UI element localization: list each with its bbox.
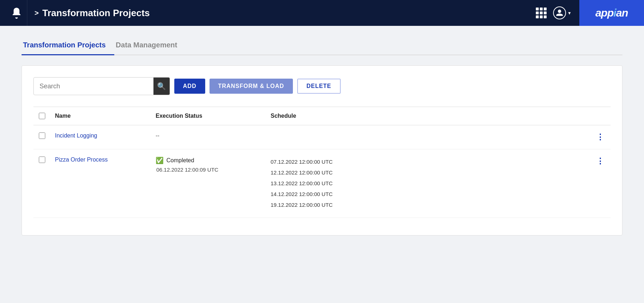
- nav-right: ▾ appian: [536, 0, 644, 26]
- grid-dot: [544, 8, 547, 10]
- schedule-item: 14.12.2022 12:00:00 UTC: [271, 189, 585, 200]
- schedule-item: 12.12.2022 12:00:00 UTC: [271, 167, 585, 178]
- header-name: Name: [51, 107, 151, 125]
- row-2-name-cell: Pizza Order Process: [51, 149, 151, 218]
- row-1-schedule-cell: [266, 125, 589, 149]
- table-row: Incident Logging -- ⋮: [33, 125, 611, 149]
- nav-left: > Transformation Projects: [0, 0, 536, 26]
- tab-data-management[interactable]: Data Management: [114, 37, 186, 55]
- app-icon-box[interactable]: [6, 0, 27, 26]
- schedule-list: 07.12.2022 12:00:00 UTC 12.12.2022 12:00…: [271, 157, 585, 210]
- user-dropdown-arrow: ▾: [568, 10, 571, 16]
- add-button[interactable]: ADD: [174, 79, 205, 94]
- user-avatar: [553, 6, 566, 19]
- row-1-kebab-menu[interactable]: ⋮: [593, 132, 606, 142]
- tab-transformation-projects[interactable]: Transformation Projects: [22, 37, 114, 55]
- grid-dot: [544, 11, 547, 14]
- grid-dots: [536, 8, 547, 18]
- row-2-status-cell: ✅ Completed 06.12.2022 12:00:09 UTC: [151, 149, 266, 218]
- row-1-name-cell: Incident Logging: [51, 125, 151, 149]
- row-2-actions-cell: ⋮: [589, 149, 611, 218]
- breadcrumb-arrow: >: [34, 9, 39, 17]
- table-header-row: Name Execution Status Schedule: [33, 107, 611, 125]
- page-title: Transformation Projects: [42, 8, 150, 19]
- row-2-kebab-menu[interactable]: ⋮: [593, 157, 606, 166]
- header-actions: [589, 107, 611, 125]
- pizza-order-process-link[interactable]: Pizza Order Process: [55, 157, 108, 163]
- row-1-status-cell: --: [151, 125, 266, 149]
- schedule-item: 19.12.2022 12:00:00 UTC: [271, 200, 585, 210]
- appian-logo-box: appian: [579, 0, 644, 26]
- header-execution-status: Execution Status: [151, 107, 266, 125]
- row-1-actions-cell: ⋮: [589, 125, 611, 149]
- breadcrumb: > Transformation Projects: [34, 8, 150, 19]
- content-card: 🔍 ADD TRANSFORM & LOAD DELETE Name Execu…: [22, 65, 622, 236]
- row-checkbox-cell: [33, 149, 51, 218]
- grid-dot: [536, 15, 539, 18]
- row-1-status-dash: --: [156, 132, 160, 139]
- projects-table: Name Execution Status Schedule Incident …: [33, 107, 611, 218]
- table-row: Pizza Order Process ✅ Completed 06.12.20…: [33, 149, 611, 218]
- search-icon: 🔍: [157, 82, 166, 90]
- grid-dot: [540, 8, 543, 10]
- schedule-item: 07.12.2022 12:00:00 UTC: [271, 157, 585, 167]
- grid-dot: [536, 8, 539, 10]
- search-button[interactable]: 🔍: [153, 78, 170, 95]
- status-date: 06.12.2022 12:00:09 UTC: [156, 167, 262, 173]
- header-schedule: Schedule: [266, 107, 589, 125]
- search-input[interactable]: [34, 79, 153, 94]
- grid-dot: [540, 11, 543, 14]
- bell-icon: [10, 6, 23, 19]
- row-2-checkbox[interactable]: [39, 157, 45, 163]
- top-navigation: > Transformation Projects: [0, 0, 644, 26]
- delete-button[interactable]: DELETE: [297, 79, 341, 94]
- user-icon: [556, 9, 564, 17]
- toolbar: 🔍 ADD TRANSFORM & LOAD DELETE: [33, 77, 611, 95]
- header-checkbox-cell: [33, 107, 51, 125]
- incident-logging-link[interactable]: Incident Logging: [55, 132, 97, 139]
- status-completed-row: ✅ Completed: [156, 157, 262, 164]
- grid-dot: [536, 11, 539, 14]
- row-checkbox-cell: [33, 125, 51, 149]
- status-label: Completed: [166, 157, 194, 164]
- search-wrapper: 🔍: [33, 77, 170, 95]
- tab-bar: Transformation Projects Data Management: [22, 37, 622, 55]
- select-all-checkbox[interactable]: [39, 113, 45, 119]
- grid-dot: [540, 15, 543, 18]
- user-menu[interactable]: ▾: [553, 6, 571, 19]
- row-1-checkbox[interactable]: [39, 132, 45, 139]
- main-content: Transformation Projects Data Management …: [0, 26, 644, 247]
- completed-icon: ✅: [156, 157, 164, 164]
- status-completed: ✅ Completed 06.12.2022 12:00:09 UTC: [156, 157, 262, 173]
- schedule-item: 13.12.2022 12:00:00 UTC: [271, 178, 585, 189]
- row-2-schedule-cell: 07.12.2022 12:00:00 UTC 12.12.2022 12:00…: [266, 149, 589, 218]
- transform-load-button[interactable]: TRANSFORM & LOAD: [210, 79, 293, 94]
- appian-logo: appian: [595, 7, 628, 19]
- apps-grid-button[interactable]: [536, 8, 547, 18]
- grid-dot: [544, 15, 547, 18]
